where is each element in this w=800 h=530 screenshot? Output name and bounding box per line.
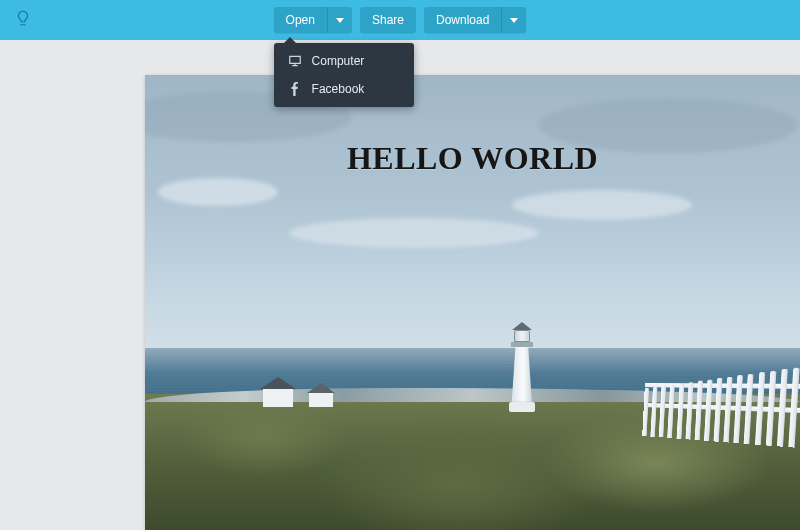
menu-item-label: Facebook	[312, 82, 365, 96]
toolbar-buttons: Open Computer Facebook	[274, 7, 527, 33]
house-graphic	[263, 377, 299, 407]
monitor-icon	[288, 54, 302, 68]
share-button[interactable]: Share	[360, 7, 416, 33]
download-button-label: Download	[436, 7, 489, 33]
open-menu-item-facebook[interactable]: Facebook	[274, 75, 414, 103]
share-button-label: Share	[372, 7, 404, 33]
download-button[interactable]: Download	[424, 7, 501, 33]
facebook-icon	[288, 82, 302, 96]
fence-graphic	[642, 368, 800, 448]
headline-text[interactable]: HELLO WORLD	[145, 140, 800, 177]
download-button-group: Download	[424, 7, 526, 33]
download-button-caret[interactable]	[501, 7, 526, 33]
open-button-label: Open	[286, 7, 315, 33]
open-button-group: Open Computer Facebook	[274, 7, 352, 33]
lightbulb-icon	[14, 9, 32, 31]
caret-down-icon	[336, 18, 344, 23]
open-dropdown: Computer Facebook	[274, 43, 414, 107]
caret-down-icon	[510, 18, 518, 23]
lighthouse-graphic	[512, 322, 532, 412]
menu-item-label: Computer	[312, 54, 365, 68]
top-toolbar: Open Computer Facebook	[0, 0, 800, 40]
house-graphic	[309, 383, 337, 407]
open-button-caret[interactable]	[327, 7, 352, 33]
app-logo	[14, 0, 32, 40]
open-button[interactable]: Open	[274, 7, 327, 33]
open-menu-item-computer[interactable]: Computer	[274, 47, 414, 75]
design-canvas[interactable]: HELLO WORLD	[145, 75, 800, 530]
